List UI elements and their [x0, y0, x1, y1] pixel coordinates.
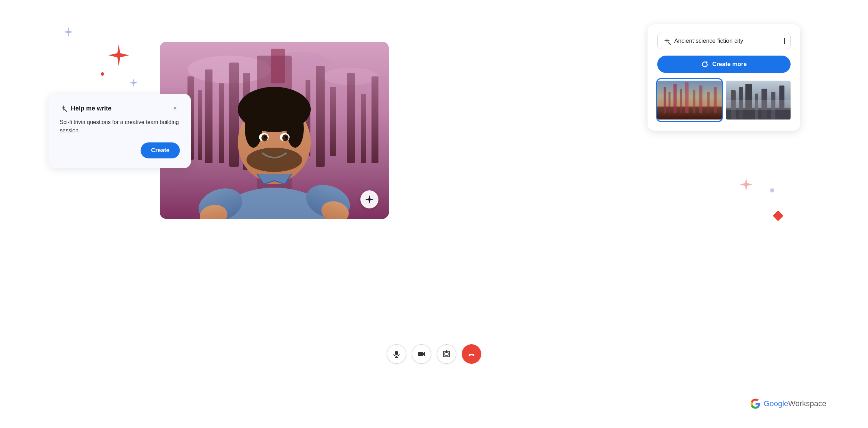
- dot-red-1: [101, 72, 104, 76]
- google-workspace-branding: GoogleWorkspace: [750, 398, 826, 409]
- image-thumb-1[interactable]: [657, 79, 722, 121]
- sparkle-blue-top: [62, 26, 74, 38]
- svg-rect-48: [664, 87, 666, 113]
- share-button[interactable]: [437, 344, 456, 364]
- svg-marker-39: [423, 352, 425, 356]
- svg-rect-35: [395, 351, 398, 355]
- wand-icon: [60, 105, 67, 112]
- svg-point-29: [285, 136, 287, 139]
- refresh-icon: [701, 60, 709, 68]
- svg-rect-49: [669, 92, 671, 113]
- image-thumb-2[interactable]: [726, 79, 791, 121]
- svg-marker-45: [706, 61, 708, 64]
- svg-rect-47: [657, 107, 722, 120]
- svg-line-44: [668, 42, 670, 44]
- create-more-button[interactable]: Create more: [657, 56, 791, 73]
- control-bar: [387, 344, 481, 364]
- sparkle-pink-right: [739, 177, 753, 192]
- end-call-icon: [468, 350, 475, 358]
- svg-point-22: [245, 109, 262, 148]
- camera-icon: [418, 350, 425, 358]
- svg-rect-54: [699, 85, 702, 113]
- write-card-title-text: Help me write: [71, 105, 111, 112]
- image-wand-icon: [663, 37, 671, 45]
- svg-rect-52: [685, 82, 688, 113]
- sparkle-blue-small: [129, 78, 138, 87]
- sparkle-red-large: [107, 43, 131, 67]
- svg-rect-53: [693, 90, 695, 113]
- svg-rect-66: [726, 100, 791, 110]
- svg-rect-41: [445, 353, 448, 355]
- mic-icon: [393, 350, 400, 358]
- image-input-row[interactable]: Ancient science fiction city: [657, 33, 791, 49]
- image-input-text: Ancient science fiction city: [674, 38, 780, 44]
- svg-point-28: [264, 136, 267, 139]
- write-card: Help me write × Sci-fi trivia questions …: [49, 94, 191, 168]
- dot-red-bottom: [773, 210, 783, 221]
- write-card-close-button[interactable]: ×: [170, 104, 180, 113]
- svg-point-23: [286, 109, 304, 148]
- svg-point-30: [247, 148, 302, 172]
- svg-rect-38: [418, 352, 423, 356]
- google-g-logo: [750, 398, 761, 409]
- create-more-label: Create more: [712, 61, 746, 68]
- workspace-label: GoogleWorkspace: [763, 399, 826, 408]
- video-container: [160, 42, 389, 219]
- svg-rect-50: [674, 84, 677, 113]
- gemini-button[interactable]: [360, 190, 378, 208]
- image-card: Ancient science fiction city Create more: [648, 24, 800, 131]
- svg-rect-56: [714, 87, 717, 113]
- cursor-blink: [784, 38, 785, 44]
- mic-button[interactable]: [387, 344, 406, 364]
- write-create-button[interactable]: Create: [141, 142, 180, 158]
- write-card-body: Sci-fi trivia questions for a creative t…: [60, 118, 180, 135]
- image-grid: [657, 79, 791, 121]
- camera-button[interactable]: [412, 344, 431, 364]
- share-icon: [443, 350, 450, 358]
- svg-line-43: [65, 109, 67, 112]
- dot-blue-right: [770, 188, 774, 192]
- svg-rect-55: [707, 92, 710, 113]
- svg-rect-51: [680, 89, 682, 113]
- end-call-button[interactable]: [462, 344, 481, 364]
